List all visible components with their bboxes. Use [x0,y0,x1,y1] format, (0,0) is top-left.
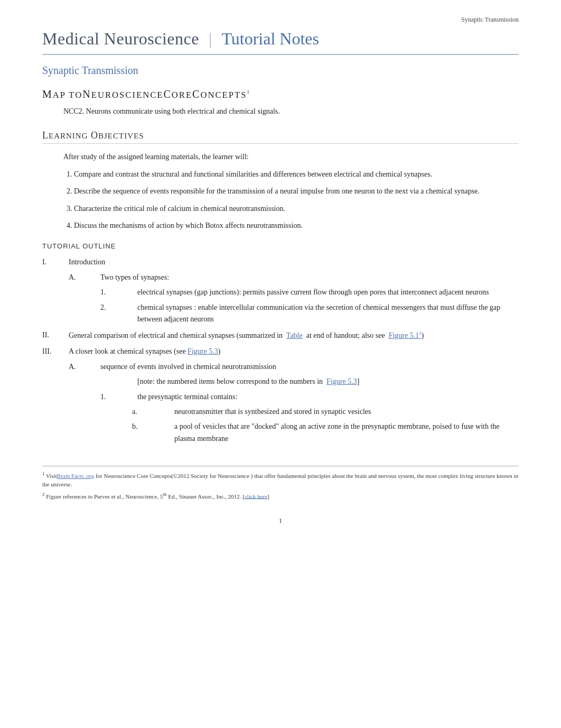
figure53-link-main[interactable]: Figure 5.3 [188,347,218,355]
outline-num-2a: 2. [100,302,137,326]
outline-num-1a: 1. [100,287,137,298]
learning-objectives-heading: LEARNING OBJECTIVES [42,130,519,144]
outline-text-II: General comparison of electrical and che… [69,329,424,342]
list-item: Describe the sequence of events responsi… [74,186,519,197]
lo-list: Compare and contrast the structural and … [74,169,519,232]
footnote-2: 2 Figure references to Purves et al., Ne… [42,491,519,501]
list-item: Discuss the mechanisms of action by whic… [74,220,519,232]
footnote-1: 1 VisitBrain Facts .org for Neuroscience… [42,471,519,489]
map-heading-text: MAP TONEUROSCIENCECORECONCEPTS1 [42,88,250,100]
outline-item-note: [note: the numbered items below correspo… [100,376,519,388]
page: Synaptic Transmission Medical Neuroscien… [0,0,561,728]
title-bar: Medical Neuroscience | Tutorial Notes [42,29,519,55]
outline-item-1b: 1. the presynaptic terminal contains: [100,391,519,403]
outline-item-b: b. a pool of vesicles that are "docked" … [132,421,519,445]
table-link[interactable]: Table [286,331,303,339]
tutorial-outline-heading: Tutorial Outline [42,242,519,250]
outline-text-A: Two types of synapses: [100,272,169,283]
outline-num-A: A. [69,272,100,283]
outline-item-III: III. A closer look at chemical synapses … [42,346,519,357]
outline-text-1b: the presynaptic terminal contains: [137,391,237,403]
outline-num-1b: 1. [100,391,137,403]
outline-item-A2: A. sequence of events involved in chemic… [69,361,519,373]
outline-item-2a: 2. chemical synapses : enable intercellu… [100,302,519,326]
outline-item-a: a. neurotransmitter that is synthesized … [132,406,519,418]
outline-num-A2: A. [69,361,100,373]
outline-text-a: neurotransmitter that is synthesized and… [174,406,371,418]
figure51-link[interactable]: Figure 5.12 [389,331,422,339]
outline-text-III: A closer look at chemical synapses (see … [69,346,220,357]
outline-text-2a: chemical synapses : enable intercellular… [137,302,519,326]
list-item: Characterize the critical role of calciu… [74,203,519,215]
map-section-heading: MAP TONEUROSCIENCECORECONCEPTS1 [42,88,519,100]
outline-num-I: I. [42,256,69,268]
outline-num-II: II. [42,329,69,342]
outline-item-A: A. Two types of synapses: [69,272,519,283]
outline-item-II: II. General comparison of electrical and… [42,329,519,342]
title-divider: | [209,29,212,49]
outline-item-I: I. Introduction [42,256,519,268]
outline-text-1a: electrical synapses (gap junctions): per… [137,287,489,298]
outline-num-note [100,376,137,388]
title-medical: Medical Neuroscience [42,29,199,49]
figure53-link-note[interactable]: Figure 5.3 [326,377,357,385]
outline-num-b: b. [132,421,174,445]
title-tutorial: Tutorial Notes [221,29,319,49]
brainfacts-link[interactable]: Brain Facts .org [57,473,94,479]
lo-intro: After study of the assigned learning mat… [63,151,519,163]
click-here-link[interactable]: click here [245,493,267,499]
footnote-area: 1 VisitBrain Facts .org for Neuroscience… [42,466,519,501]
tutorial-outline-section: Tutorial Outline I. Introduction A. Two … [42,242,519,445]
page-number: 1 [42,517,519,525]
outline-text-note: [note: the numbered items below correspo… [137,376,359,388]
list-item: Compare and contrast the structural and … [74,169,519,180]
outline-text-A2: sequence of events involved in chemical … [100,361,276,373]
outline-item-1a: 1. electrical synapses (gap junctions): … [100,287,519,298]
lo-heading-text: LEARNING OBJECTIVES [42,130,144,141]
map-body: NCC2. Neurons communicate using both ele… [63,106,519,117]
header-top: Synaptic Transmission [42,16,519,24]
outline-num-III: III. [42,346,69,357]
header-top-text: Synaptic Transmission [461,16,519,23]
outline-text-b: a pool of vesicles that are "docked" alo… [174,421,519,445]
outline-text-I: Introduction [69,256,105,268]
outline-num-a: a. [132,406,174,418]
subtitle: Synaptic Transmission [42,64,519,77]
